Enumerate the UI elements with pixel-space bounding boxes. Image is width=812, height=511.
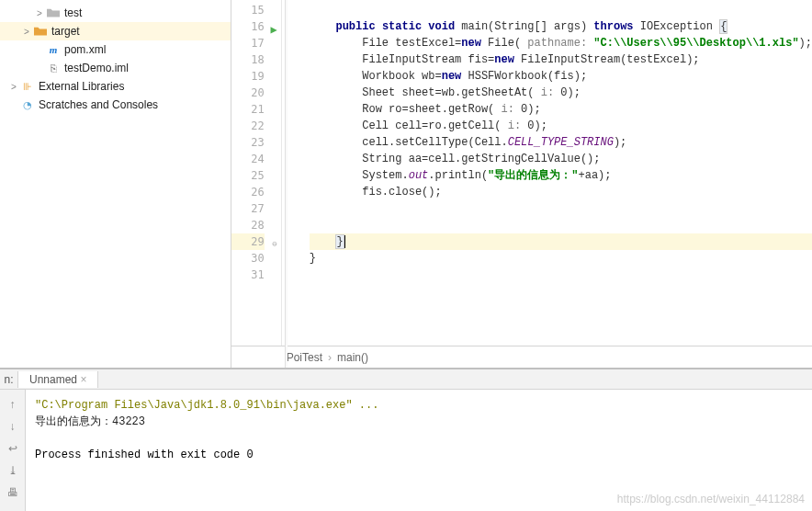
down-icon[interactable]: ↓ xyxy=(5,417,21,436)
watermark: https://blog.csdn.net/weixin_44112884 xyxy=(617,493,805,505)
breadcrumb[interactable]: PoiTest › main() xyxy=(231,346,812,368)
run-tab-left[interactable]: n: xyxy=(0,371,18,388)
close-icon[interactable]: × xyxy=(80,373,86,386)
lib-icon: ⊪ xyxy=(20,79,35,94)
iml-icon: ⎘ xyxy=(46,61,61,75)
wrap-icon[interactable]: ↩ xyxy=(5,439,21,458)
tree-item-pom-xml[interactable]: mpom.xml xyxy=(0,40,231,59)
maven-icon: m xyxy=(46,42,61,57)
line-gutter[interactable]: 1516▶17181920212223242526272829⊖3031 xyxy=(231,0,282,346)
code-editor: 1516▶17181920212223242526272829⊖3031 pub… xyxy=(231,0,812,368)
tree-item-external-libraries[interactable]: >⊪External Libraries xyxy=(0,77,231,96)
up-icon[interactable]: ↑ xyxy=(5,395,21,414)
run-gutter-icon[interactable]: ▶ xyxy=(270,21,276,38)
console-stdout: 导出的信息为：43223 xyxy=(35,414,803,430)
console-toolbar: ↑ ↓ ↩ ⤓ 🖶 xyxy=(0,390,26,511)
tree-label: testDemo.iml xyxy=(64,62,129,74)
scroll-icon[interactable]: ⤓ xyxy=(5,461,21,480)
tree-label: test xyxy=(64,6,82,19)
fold-icon[interactable]: ⊖ xyxy=(272,235,276,252)
tree-item-testdemo-iml[interactable]: ⎘testDemo.iml xyxy=(0,59,231,77)
folder-gray-icon xyxy=(46,6,61,20)
tree-label: External Libraries xyxy=(39,80,124,93)
breadcrumb-method[interactable]: main() xyxy=(337,351,368,364)
console-exit: Process finished with exit code 0 xyxy=(35,447,803,463)
expand-icon[interactable]: > xyxy=(20,27,33,37)
chevron-right-icon: › xyxy=(328,351,332,364)
tree-label: pom.xml xyxy=(64,43,106,56)
expand-icon[interactable]: > xyxy=(7,82,20,92)
run-config-tab[interactable]: Unnamed × xyxy=(18,371,98,388)
tree-label: Scratches and Consoles xyxy=(39,98,158,111)
project-tree[interactable]: >test>targetmpom.xml⎘testDemo.iml>⊪Exter… xyxy=(0,0,231,368)
tree-item-scratches-and-consoles[interactable]: ◔Scratches and Consoles xyxy=(0,96,231,114)
expand-icon[interactable]: > xyxy=(33,8,46,18)
tree-label: target xyxy=(51,25,80,38)
tree-item-target[interactable]: >target xyxy=(0,22,231,40)
scratch-icon: ◔ xyxy=(20,97,35,112)
code-content[interactable]: public static void main(String[] args) t… xyxy=(282,0,812,346)
run-tool-window: n: Unnamed × ↑ ↓ ↩ ⤓ 🖶 "C:\Program Files… xyxy=(0,368,812,511)
console-cmd: "C:\Program Files\Java\jdk1.8.0_91\bin\j… xyxy=(35,397,803,414)
tree-item-test[interactable]: >test xyxy=(0,4,231,22)
print-icon[interactable]: 🖶 xyxy=(5,483,21,502)
folder-orange-icon xyxy=(33,24,48,39)
breadcrumb-class[interactable]: PoiTest xyxy=(287,351,322,364)
